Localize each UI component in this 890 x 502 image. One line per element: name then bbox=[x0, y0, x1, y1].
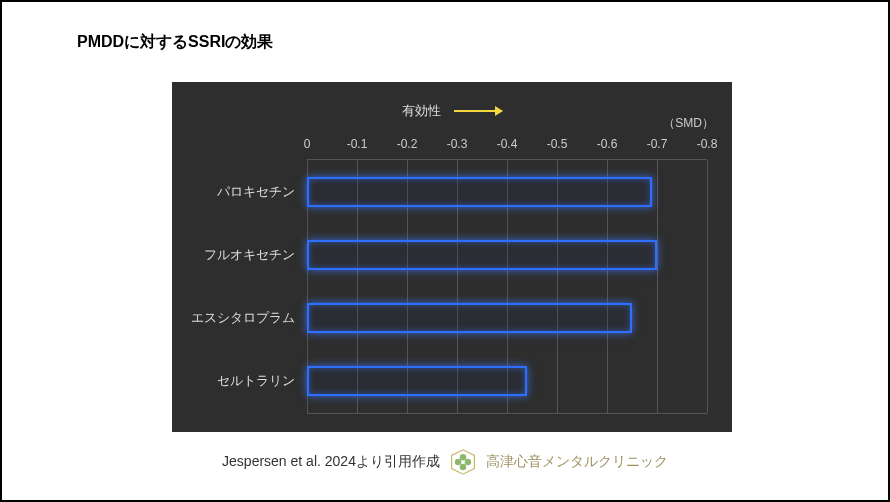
credit-line: Jespersen et al. 2024より引用作成 高津心音メンタルクリニッ… bbox=[2, 449, 888, 475]
bar-row: パロキセチン bbox=[307, 160, 707, 223]
tick: -0.5 bbox=[547, 137, 568, 151]
svg-point-2 bbox=[460, 464, 467, 471]
source-text: Jespersen et al. 2024より引用作成 bbox=[222, 453, 440, 471]
bar bbox=[307, 177, 652, 207]
bar-row: エスシタロプラム bbox=[307, 287, 707, 350]
tick: -0.2 bbox=[397, 137, 418, 151]
tick: -0.7 bbox=[647, 137, 668, 151]
clinic-logo-icon bbox=[450, 449, 476, 475]
arrow-right-icon bbox=[454, 110, 502, 112]
svg-point-4 bbox=[465, 459, 472, 466]
svg-point-3 bbox=[455, 459, 462, 466]
bar-row: フルオキセチン bbox=[307, 223, 707, 286]
svg-point-1 bbox=[460, 454, 467, 461]
tick: -0.6 bbox=[597, 137, 618, 151]
unit-label: （SMD） bbox=[663, 115, 714, 132]
category-label: パロキセチン bbox=[217, 183, 307, 201]
tick: 0 bbox=[304, 137, 311, 151]
bar bbox=[307, 366, 527, 396]
tick: -0.4 bbox=[497, 137, 518, 151]
tick: -0.8 bbox=[697, 137, 718, 151]
bar-row: セルトラリン bbox=[307, 350, 707, 413]
clinic-name: 高津心音メンタルクリニック bbox=[486, 453, 668, 471]
category-label: セルトラリン bbox=[217, 372, 307, 390]
chart-container: 有効性 （SMD） 0 -0.1 -0.2 -0.3 -0.4 -0.5 -0.… bbox=[172, 82, 732, 432]
effectiveness-label: 有効性 bbox=[402, 102, 441, 120]
tick: -0.3 bbox=[447, 137, 468, 151]
bar bbox=[307, 303, 632, 333]
grid: パロキセチン フルオキセチン エスシタロプラム セルトラリン bbox=[307, 159, 707, 414]
x-ticks: 0 -0.1 -0.2 -0.3 -0.4 -0.5 -0.6 -0.7 -0.… bbox=[307, 137, 707, 155]
tick: -0.1 bbox=[347, 137, 368, 151]
bar bbox=[307, 240, 657, 270]
page-title: PMDDに対するSSRIの効果 bbox=[77, 32, 273, 53]
plot-area: 0 -0.1 -0.2 -0.3 -0.4 -0.5 -0.6 -0.7 -0.… bbox=[307, 137, 707, 414]
category-label: エスシタロプラム bbox=[191, 309, 307, 327]
chart-header: 有効性 bbox=[172, 102, 732, 120]
category-label: フルオキセチン bbox=[204, 246, 307, 264]
